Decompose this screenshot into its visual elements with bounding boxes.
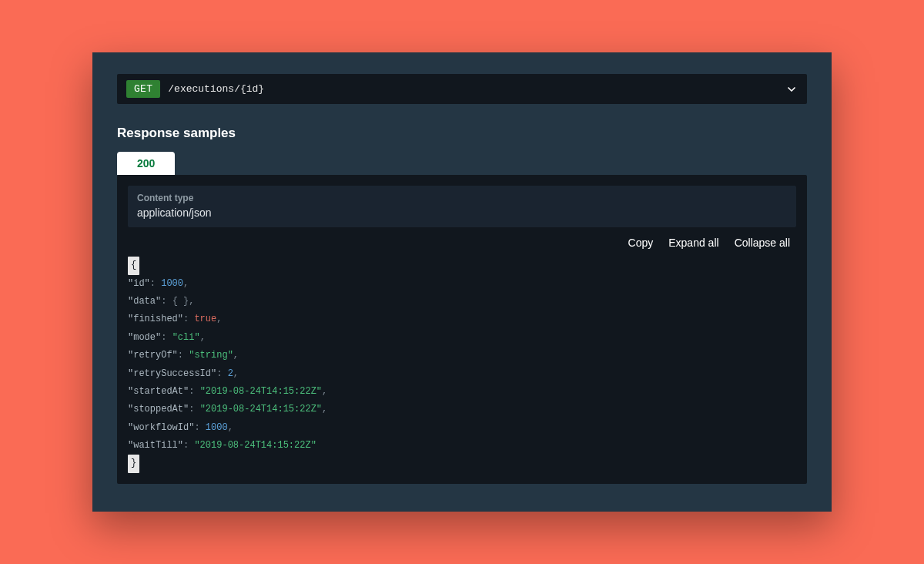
json-line: "startedAt": "2019-08-24T14:15:22Z",: [128, 383, 796, 401]
json-line: "data": { },: [128, 293, 796, 311]
api-panel: GET /executions/{id} Response samples 20…: [92, 52, 832, 512]
status-tab-200[interactable]: 200: [117, 152, 175, 175]
json-line: "finished": true,: [128, 311, 796, 328]
json-line: "stoppedAt": "2019-08-24T14:15:22Z",: [128, 401, 796, 418]
content-type-row: Content type application/json: [128, 186, 796, 227]
json-line: "retryOf": "string",: [128, 347, 796, 364]
endpoint-bar[interactable]: GET /executions/{id}: [117, 74, 807, 104]
endpoint-path: /executions/{id}: [168, 83, 785, 95]
chevron-down-icon[interactable]: [785, 83, 798, 96]
status-tabs: 200: [117, 152, 807, 175]
close-brace[interactable]: }: [128, 455, 139, 472]
expand-all-button[interactable]: Expand all: [668, 237, 718, 249]
json-line: "id": 1000,: [128, 275, 796, 293]
section-title: Response samples: [117, 126, 807, 141]
http-method-badge: GET: [126, 80, 160, 98]
content-type-label: Content type: [137, 193, 787, 203]
json-code-block: { "id": 1000, "data": { }, "finished": t…: [117, 253, 807, 473]
copy-button[interactable]: Copy: [628, 237, 654, 249]
content-type-value: application/json: [137, 206, 787, 219]
json-line: "workflowId": 1000,: [128, 419, 796, 437]
open-brace[interactable]: {: [128, 257, 139, 274]
response-sample-block: Content type application/json Copy Expan…: [117, 175, 807, 484]
json-line: "waitTill": "2019-08-24T14:15:22Z": [128, 437, 796, 455]
collapse-all-button[interactable]: Collapse all: [735, 237, 790, 249]
json-line: "mode": "cli",: [128, 329, 796, 347]
json-line: "retrySuccessId": 2,: [128, 365, 796, 383]
